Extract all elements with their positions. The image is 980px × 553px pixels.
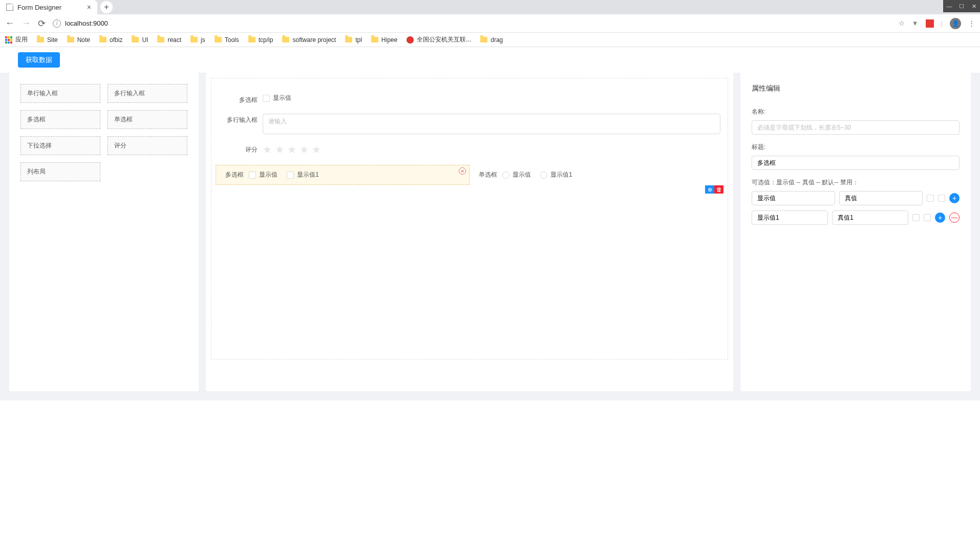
canvas-row-rate[interactable]: 评分 ★ ★ ★ ★ ★ (216, 143, 723, 156)
remove-option-button[interactable]: — (949, 212, 960, 223)
tab-bar: Form Designer × + — ☐ ✕ (0, 0, 980, 14)
checkbox-icon (249, 172, 256, 179)
close-window-button[interactable]: ✕ (968, 0, 980, 12)
form-canvas-panel: 多选框 显示值 多行输入框 请输入 评分 ★ ★ ★ ★ (206, 73, 733, 391)
profile-avatar[interactable]: 👤 (950, 18, 961, 29)
canvas-row-checkbox[interactable]: 多选框 显示值 (216, 94, 723, 104)
bookmark-item[interactable]: Hipee (371, 36, 397, 44)
widget-checkbox[interactable]: 多选框 (20, 110, 100, 129)
column-left-selected[interactable]: 多选框 显示值 显示值1 ✕ (216, 165, 470, 185)
canvas-row-textarea[interactable]: 多行输入框 请输入 (216, 114, 723, 134)
add-option-button[interactable]: + (935, 212, 945, 223)
delete-row-button[interactable]: 🗑 (714, 185, 723, 194)
widget-text-input[interactable]: 单行输入框 (20, 84, 100, 103)
bookmark-item[interactable]: Tools (215, 36, 239, 44)
url-field[interactable]: i localhost:9000 (53, 19, 891, 28)
form-canvas[interactable]: 多选框 显示值 多行输入框 请输入 评分 ★ ★ ★ ★ (211, 78, 728, 359)
folder-icon (248, 37, 255, 42)
bookmark-item[interactable]: react (157, 36, 181, 44)
browser-chrome: Form Designer × + — ☐ ✕ ← → ⟳ i localhos… (0, 0, 980, 47)
bookmark-item[interactable]: tcp/ip (248, 36, 273, 44)
window-controls: — ☐ ✕ (943, 0, 980, 12)
folder-icon (480, 37, 487, 42)
browser-tab[interactable]: Form Designer × (0, 0, 97, 14)
star-icon[interactable]: ★ (287, 143, 296, 156)
folder-icon (132, 37, 139, 42)
minimize-button[interactable]: — (943, 0, 955, 12)
prop-name-input[interactable] (752, 120, 960, 135)
folder-icon (345, 37, 352, 42)
bookmark-item[interactable]: js (190, 36, 205, 44)
add-option-button[interactable]: + (949, 193, 960, 203)
reload-button[interactable]: ⟳ (38, 18, 46, 29)
prop-title-label: 标题: (752, 143, 960, 152)
star-icon[interactable]: ★ (263, 143, 272, 156)
rate-control[interactable]: ★ ★ ★ ★ ★ (263, 143, 720, 156)
close-tab-icon[interactable]: × (87, 3, 91, 11)
apps-icon (5, 36, 12, 44)
copy-row-button[interactable]: ⊕ (705, 185, 714, 194)
option-disabled-checkbox[interactable] (924, 214, 931, 221)
star-icon[interactable]: ★ (275, 143, 284, 156)
bookmark-item[interactable]: tpl (345, 36, 362, 44)
get-data-button[interactable]: 获取数据 (18, 52, 60, 68)
option-display-input[interactable] (752, 191, 835, 205)
prop-options-label: 可选值：显示值 -- 真值 -- 默认-- 禁用： (752, 178, 960, 187)
folder-icon (282, 37, 289, 42)
new-tab-button[interactable]: + (100, 1, 113, 13)
option-default-checkbox[interactable] (912, 214, 920, 221)
forward-button[interactable]: → (22, 18, 31, 29)
checkbox-option[interactable]: 显示值1 (287, 171, 319, 179)
column-right[interactable]: 单选框 显示值 显示值1 (470, 165, 723, 185)
bookmark-apps[interactable]: 应用 (5, 35, 28, 44)
option-display-input[interactable] (752, 210, 828, 225)
bookmark-item[interactable]: Note (67, 36, 90, 44)
back-button[interactable]: ← (5, 18, 14, 29)
widget-textarea[interactable]: 多行输入框 (108, 84, 187, 103)
star-icon[interactable]: ★ (300, 143, 309, 156)
bookmarks-bar: 应用 Site Note ofbiz UI react js Tools tcp… (0, 33, 980, 47)
widget-select[interactable]: 下拉选择 (20, 136, 100, 155)
row-actions: ⊕ 🗑 (705, 185, 723, 194)
radio-option[interactable]: 显示值 (502, 171, 531, 179)
kebab-menu-icon[interactable]: ⋮ (968, 19, 975, 27)
bookmark-item[interactable]: Site (37, 36, 58, 44)
url-text: localhost:9000 (65, 19, 108, 27)
widget-radio[interactable]: 单选框 (108, 110, 187, 129)
field-label: 单选框 (473, 171, 497, 179)
checkbox-option[interactable]: 显示值 (263, 94, 291, 102)
bookmark-item[interactable]: software project (282, 36, 336, 44)
app-toolbar: 获取数据 (0, 47, 980, 73)
option-real-input[interactable] (832, 210, 908, 225)
site-info-icon[interactable]: i (53, 19, 61, 28)
option-disabled-checkbox[interactable] (938, 195, 945, 202)
star-icon[interactable]: ★ (312, 143, 321, 156)
bookmark-item[interactable]: drag (480, 36, 503, 44)
widget-rate[interactable]: 评分 (108, 136, 187, 155)
radio-option[interactable]: 显示值1 (540, 171, 572, 179)
checkbox-option[interactable]: 显示值 (249, 171, 278, 179)
widget-column-layout[interactable]: 列布局 (20, 162, 100, 181)
maximize-button[interactable]: ☐ (955, 0, 968, 12)
deselect-icon[interactable]: ✕ (459, 167, 466, 175)
folder-icon (67, 37, 74, 42)
extension-icon-1[interactable]: ▼ (912, 19, 919, 27)
radio-icon (502, 172, 509, 179)
star-icon[interactable]: ☆ (899, 19, 905, 27)
folder-icon (99, 37, 106, 42)
extension-icon-2[interactable] (926, 19, 934, 28)
option-default-checkbox[interactable] (927, 195, 934, 202)
option-row: + (752, 191, 960, 205)
properties-panel: 属性编辑 名称: 标题: 可选值：显示值 -- 真值 -- 默认-- 禁用： + (740, 73, 971, 391)
bookmark-item[interactable]: UI (132, 36, 148, 44)
field-label: 多选框 (219, 171, 244, 179)
prop-title-input[interactable] (752, 156, 960, 170)
checkbox-icon (263, 95, 270, 102)
workspace: 单行输入框 多行输入框 多选框 单选框 下拉选择 评分 列布局 多选框 显示值 … (0, 73, 980, 400)
option-real-input[interactable] (839, 191, 923, 205)
bookmark-item[interactable]: 全国公安机关互联... (407, 35, 471, 44)
bookmark-item[interactable]: ofbiz (99, 36, 122, 44)
textarea-input[interactable]: 请输入 (263, 114, 720, 134)
document-icon (6, 4, 13, 11)
canvas-row-columns[interactable]: 多选框 显示值 显示值1 ✕ 单选框 显示值 显示值1 ⊕ 🗑 (216, 165, 723, 185)
